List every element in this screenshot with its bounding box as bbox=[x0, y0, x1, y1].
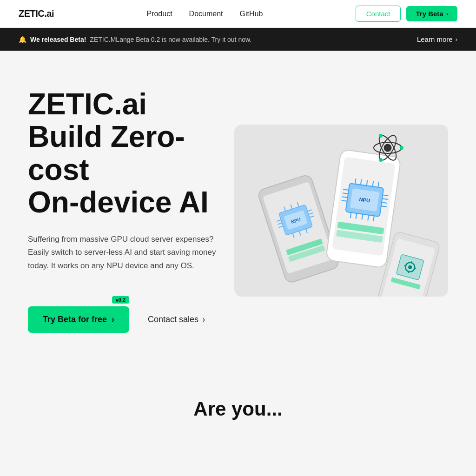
hero-illustration: NPU bbox=[234, 125, 448, 297]
try-beta-nav-button[interactable]: Try Beta › bbox=[406, 6, 457, 21]
try-beta-hero-button[interactable]: Try Beta for free › bbox=[28, 306, 129, 333]
hero-section: ZETIC.ai Build Zero-cost On-device AI Su… bbox=[0, 51, 476, 361]
contact-button[interactable]: Contact bbox=[356, 6, 401, 22]
svg-point-60 bbox=[379, 158, 383, 162]
hero-buttons: v0.2 Try Beta for free › Contact sales › bbox=[28, 296, 234, 333]
nav-links: Product Document GitHub bbox=[146, 10, 263, 18]
hero-content: ZETIC.ai Build Zero-cost On-device AI Su… bbox=[28, 88, 234, 333]
nav-link-product[interactable]: Product bbox=[146, 10, 172, 18]
hero-svg: NPU bbox=[234, 125, 448, 297]
version-badge: v0.2 bbox=[112, 296, 129, 304]
svg-line-51 bbox=[409, 271, 409, 273]
nav-link-document[interactable]: Document bbox=[189, 10, 223, 18]
svg-line-50 bbox=[411, 261, 412, 263]
svg-line-53 bbox=[414, 268, 416, 269]
svg-line-52 bbox=[404, 265, 406, 266]
banner-cta[interactable]: Learn more › bbox=[417, 35, 457, 43]
hero-description: Suffering from massive GPU cloud server … bbox=[28, 233, 223, 273]
banner-description: ZETIC.MLange Beta 0.2 is now available. … bbox=[90, 36, 251, 43]
bell-icon: 🔔 bbox=[19, 36, 26, 43]
nav-link-github[interactable]: GitHub bbox=[240, 10, 263, 18]
are-you-title: Are you... bbox=[19, 398, 457, 420]
chevron-right-icon: › bbox=[112, 315, 114, 324]
svg-point-59 bbox=[400, 146, 403, 150]
chevron-right-icon: › bbox=[446, 10, 448, 17]
nav-actions: Contact Try Beta › bbox=[356, 6, 457, 22]
chevron-right-icon: › bbox=[456, 36, 457, 43]
logo[interactable]: ZETIC.ai bbox=[19, 8, 54, 19]
hero-title: ZETIC.ai Build Zero-cost On-device AI bbox=[28, 88, 234, 219]
are-you-section: Are you... bbox=[0, 361, 476, 448]
contact-sales-button[interactable]: Contact sales › bbox=[140, 306, 212, 333]
banner-title: We released Beta! bbox=[30, 36, 86, 43]
chevron-right-icon: › bbox=[202, 315, 205, 324]
announcement-banner: 🔔 We released Beta! ZETIC.MLange Beta 0.… bbox=[0, 28, 476, 51]
svg-point-55 bbox=[384, 144, 391, 152]
svg-point-61 bbox=[379, 134, 383, 138]
navbar: ZETIC.ai Product Document GitHub Contact… bbox=[0, 0, 476, 28]
try-beta-wrapper: v0.2 Try Beta for free › bbox=[28, 296, 129, 333]
